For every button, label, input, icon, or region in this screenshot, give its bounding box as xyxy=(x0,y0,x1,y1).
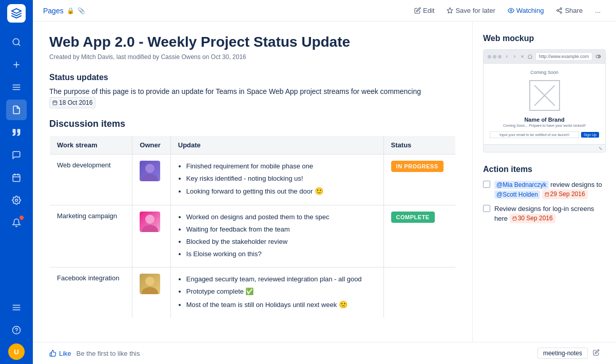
status-cell xyxy=(383,267,455,318)
comments-icon[interactable] xyxy=(6,145,27,165)
save-for-later-button[interactable]: Save for later xyxy=(441,4,500,17)
svg-line-22 xyxy=(559,9,561,10)
breadcrumb-lock-icon: 🔒 xyxy=(67,7,74,14)
app-logo[interactable] xyxy=(7,4,26,23)
share-button[interactable]: Share xyxy=(551,4,588,17)
tag-chip: meeting-notes xyxy=(537,348,588,359)
user-avatar[interactable]: U xyxy=(8,343,25,360)
avatar xyxy=(140,212,160,232)
workstream-cell: Web development xyxy=(50,155,132,205)
mention-tag: @Mia Bednarczyk xyxy=(494,181,549,189)
like-button[interactable]: Like xyxy=(49,350,71,357)
page-content: Web App 2.0 - Weekly Project Status Upda… xyxy=(33,22,616,342)
mockup-title: Web mockup xyxy=(483,34,606,43)
status-badge: IN PROGRESS xyxy=(391,161,444,172)
topbar: Pages 🔒 📎 Edit Save for later Watching S… xyxy=(33,0,616,22)
calendar-icon xyxy=(512,216,517,221)
svg-point-32 xyxy=(142,287,158,294)
action-checkbox[interactable] xyxy=(483,205,490,212)
notification-icon[interactable] xyxy=(6,213,27,233)
forward-icon xyxy=(512,54,517,59)
update-cell: Finished requirement for mobile phase on… xyxy=(170,155,383,205)
calendar-icon xyxy=(545,192,549,197)
action-checkbox[interactable] xyxy=(483,181,490,188)
quote-icon[interactable] xyxy=(6,122,27,143)
page-main: Web App 2.0 - Weekly Project Status Upda… xyxy=(33,22,472,342)
svg-marker-16 xyxy=(447,8,453,13)
svg-point-17 xyxy=(510,10,512,11)
action-item-content: @Mia Bednarczyk review designs to @Scott… xyxy=(494,180,606,199)
page-title: Web App 2.0 - Weekly Project Status Upda… xyxy=(49,34,456,50)
home-icon xyxy=(528,54,532,59)
list-item: @Mia Bednarczyk review designs to @Scott… xyxy=(483,180,606,199)
svg-point-27 xyxy=(145,164,155,173)
date-tag: 30 Sep 2016 xyxy=(510,214,555,223)
mention-tag: @Scott Holden xyxy=(494,190,540,199)
mockup-footer: ⤡ xyxy=(484,144,605,152)
page-meta: Created by Mitch Davis, last modified by… xyxy=(49,53,456,61)
status-updates-section: Status updates The purpose of this page … xyxy=(49,73,456,108)
sidebar-bottom: U xyxy=(6,296,27,360)
table-row: Web development Finished requirement for… xyxy=(50,155,456,205)
email-input: Input your email to be notified of our l… xyxy=(490,131,579,138)
workstream-cell: Marketing campaign xyxy=(50,205,132,267)
date-tag: 29 Sep 2016 xyxy=(542,189,588,199)
table-row: Facebook integration Engaged security te… xyxy=(50,267,456,318)
svg-point-20 xyxy=(561,12,562,13)
list-item: Review designs for log-in screens here 3… xyxy=(483,204,606,223)
browser-dot xyxy=(488,55,491,59)
create-icon[interactable] xyxy=(6,54,27,75)
pages-icon[interactable] xyxy=(6,100,27,120)
signup-button[interactable]: Sign Up xyxy=(581,132,599,138)
help-icon[interactable] xyxy=(6,320,27,340)
action-item-content: Review designs for log-in screens here 3… xyxy=(494,204,606,223)
web-mockup: http://www.example.com Coming Soon Name … xyxy=(483,49,606,152)
search-icon[interactable] xyxy=(6,32,27,52)
hamburger-icon[interactable] xyxy=(6,297,27,318)
svg-rect-6 xyxy=(13,175,20,182)
col-status: Status xyxy=(383,136,455,155)
like-text: Be the first to like this xyxy=(76,350,140,357)
owner-cell xyxy=(132,205,170,267)
watching-button[interactable]: Watching xyxy=(503,4,549,17)
browser-bar: http://www.example.com xyxy=(484,50,605,64)
update-cell: Engaged security team, reviewed integrat… xyxy=(170,267,383,318)
col-workstream: Work stream xyxy=(50,136,132,155)
svg-point-10 xyxy=(15,199,18,202)
more-options-button[interactable]: ... xyxy=(590,4,606,17)
svg-point-36 xyxy=(599,55,601,58)
topbar-actions: Edit Save for later Watching Share ... xyxy=(409,4,606,17)
url-bar: http://www.example.com xyxy=(535,52,593,61)
toggle-icon xyxy=(595,53,601,60)
owner-cell xyxy=(132,155,170,205)
resize-icon: ⤡ xyxy=(599,146,603,151)
calendar-icon[interactable] xyxy=(6,167,27,188)
brand-name: Name of Brand xyxy=(490,117,599,123)
svg-point-29 xyxy=(145,215,155,224)
browser-dot xyxy=(498,55,502,59)
right-sidebar: Web mockup http://www.example.com xyxy=(472,22,616,342)
thumbs-up-icon xyxy=(49,350,56,357)
date-chip: 18 Oct 2016 xyxy=(49,97,95,108)
coming-soon-label: Coming Soon xyxy=(490,70,599,75)
svg-point-30 xyxy=(142,225,158,232)
placeholder-image xyxy=(529,80,560,111)
action-items-list: @Mia Bednarczyk review designs to @Scott… xyxy=(483,180,606,224)
update-cell: Worked on designs and posted them to the… xyxy=(170,205,383,267)
browser-dot xyxy=(493,55,496,59)
edit-button[interactable]: Edit xyxy=(409,4,439,17)
tagline: Coming Soon... Prepare to have your worl… xyxy=(490,124,599,127)
avatar xyxy=(140,274,160,294)
owner-cell xyxy=(132,267,170,318)
breadcrumb-attach-icon: 📎 xyxy=(78,7,85,14)
svg-point-18 xyxy=(561,8,562,9)
breadcrumb-link[interactable]: Pages xyxy=(43,7,64,15)
tag-edit-icon[interactable] xyxy=(593,349,600,357)
list-icon[interactable] xyxy=(6,77,27,98)
settings-icon[interactable] xyxy=(6,190,27,210)
intro-text: The purpose of this page is to provide a… xyxy=(49,86,456,108)
mockup-body: Coming Soon Name of Brand Coming Soon...… xyxy=(484,64,605,144)
svg-rect-41 xyxy=(513,217,516,221)
status-cell: COMPLETE xyxy=(383,205,455,267)
col-update: Update xyxy=(170,136,383,155)
